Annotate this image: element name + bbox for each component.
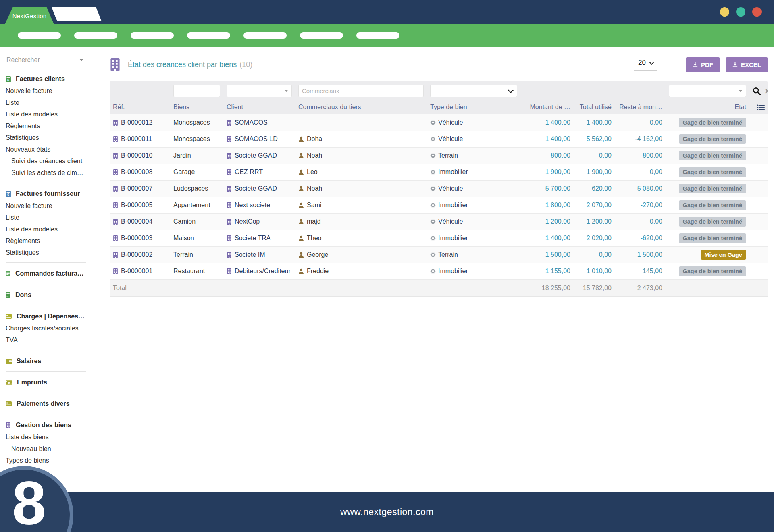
sidebar-item-nouvelle-facture[interactable]: Nouvelle facture [0, 200, 92, 212]
person-icon [298, 268, 304, 274]
chevron-down-icon [79, 59, 83, 61]
sidebar-section-paiements-divers[interactable]: Paiements divers [0, 397, 92, 410]
search-icon[interactable] [753, 87, 761, 95]
sidebar-search-select[interactable]: Rechercher [6, 53, 85, 68]
nav-menu-item-3[interactable] [131, 32, 174, 39]
status-badge: Gage de bien terminé [679, 151, 746, 161]
gear-icon [430, 169, 436, 175]
person-icon [298, 136, 304, 142]
type-de-bien-filter-select[interactable] [430, 85, 517, 97]
client-filter-select[interactable] [227, 85, 292, 97]
etat-filter-select[interactable] [669, 85, 746, 97]
sidebar-item-tva[interactable]: TVA [0, 334, 92, 346]
sidebar-item-statistiques[interactable]: Statistiques [0, 247, 92, 258]
sidebar-item-reglements[interactable]: Règlements [0, 235, 92, 247]
row-bien: Appartement [173, 202, 210, 209]
row-montant: 800,00 [551, 152, 570, 159]
window-dot-yellow[interactable] [720, 7, 729, 17]
table-row[interactable]: B-0000001 Restaurant Debiteurs/Crediteur… [110, 263, 768, 280]
sidebar-item-suivi-des-creances-client[interactable]: Suivi des créances client [0, 155, 92, 167]
pdf-export-button[interactable]: PDF [686, 57, 720, 72]
sidebar-item-liste-des-biens[interactable]: Liste des biens [0, 431, 92, 443]
building-icon [227, 202, 232, 208]
sidebar-section-gestion-des-biens[interactable]: Gestion des biens [0, 418, 92, 431]
sidebar-item-liste[interactable]: Liste [0, 212, 92, 223]
column-header-biens[interactable]: Biens [170, 104, 223, 111]
sidebar-section-factures-fournisseur[interactable]: $Factures fournisseur [0, 187, 92, 200]
column-header-type-de-bien[interactable]: Type de bien [427, 104, 520, 111]
sidebar-section-charges-depenses[interactable]: Charges | Dépenses… [0, 310, 92, 322]
clear-filters-icon[interactable]: × [765, 86, 768, 96]
row-commercial: majd [307, 218, 321, 225]
brand-tab[interactable]: NextGestion [5, 7, 54, 24]
row-ref: B-0000007 [121, 185, 152, 192]
sidebar-item-nouvelle-facture[interactable]: Nouvelle facture [0, 85, 92, 97]
sidebar-section-dons[interactable]: Dons [0, 288, 92, 301]
page-size-select[interactable]: 20 [634, 59, 657, 71]
nav-menu-item-5[interactable] [243, 32, 287, 39]
sidebar-item-liste[interactable]: Liste [0, 97, 92, 108]
sidebar-item-nouveau-bien[interactable]: Nouveau bien [0, 443, 92, 455]
excel-button-label: EXCEL [741, 61, 761, 68]
column-header-client[interactable]: Client [223, 104, 295, 111]
biens-filter-input[interactable] [173, 85, 220, 97]
table-body: B-0000012 Monospaces SOMACOS Véhicule 1 … [110, 114, 768, 280]
row-ref: B-0000004 [121, 218, 152, 225]
filter-row: × [110, 85, 768, 102]
corner-number: 8 [12, 472, 46, 532]
table-row[interactable]: B-0000007 Ludospaces Societe GGAD Noah V… [110, 181, 768, 197]
table-row[interactable]: B-0000012 Monospaces SOMACOS Véhicule 1 … [110, 114, 768, 131]
table-row[interactable]: B-0000008 Garage GEZ RRT Leo Immobilier … [110, 164, 768, 181]
column-header-commerciaux-du-tiers[interactable]: Commerciaux du tiers [295, 104, 427, 111]
chevron-down-icon [285, 90, 288, 92]
excel-export-button[interactable]: EXCEL [726, 57, 768, 72]
row-reste: 1 500,00 [637, 251, 662, 258]
row-client: SOMACOS [235, 119, 268, 126]
sidebar-item-types-de-biens[interactable]: Types de biens [0, 455, 92, 466]
sidebar-item-nouveaux-etats[interactable]: Nouveaux états [0, 143, 92, 155]
table-row[interactable]: B-0000003 Maison Societe TRA Theo Immobi… [110, 230, 768, 247]
secondary-tab[interactable] [52, 7, 102, 21]
commerciaux-filter-input[interactable] [298, 85, 424, 97]
divider [6, 371, 86, 372]
sidebar-section-emprunts[interactable]: Emprunts [0, 376, 92, 389]
window-dot-teal[interactable] [736, 7, 745, 17]
status-badge: Gage de bien terminé [679, 200, 746, 210]
table-row[interactable]: B-0000005 Appartement Next societe Sami … [110, 197, 768, 214]
sidebar-section-commandes-factura[interactable]: Commandes factura… [0, 267, 92, 280]
sidebar-item-liste-des-modeles[interactable]: Liste des modèles [0, 223, 92, 235]
table-row[interactable]: B-0000010 Jardin Societe GGAD Noah Terra… [110, 148, 768, 164]
sidebar-section-factures-clients[interactable]: $Factures clients [0, 72, 92, 85]
row-client: Next societe [235, 202, 270, 209]
sidebar-item-charges-fiscales-sociales[interactable]: Charges fiscales/sociales [0, 322, 92, 334]
brand-name: NextGestion [12, 12, 47, 19]
column-header-montant-de[interactable]: Montant de … [520, 104, 574, 111]
column-header-reste-a-mon[interactable]: Reste à mon… [615, 104, 666, 111]
toolbar: État des créances client par biens (10) … [92, 47, 774, 81]
column-header-etat[interactable]: État [666, 104, 749, 111]
row-reste: 0,00 [650, 119, 662, 126]
sidebar-item-liste-des-modeles[interactable]: Liste des modèles [0, 108, 92, 120]
table-row[interactable]: B-0000004 Camion NextCop majd Véhicule 1… [110, 214, 768, 230]
building-icon [113, 202, 118, 208]
column-header-ref[interactable]: Réf. [110, 104, 170, 111]
window-dot-red[interactable] [752, 7, 762, 17]
row-ref: B-0000002 [121, 251, 152, 258]
nav-menu-item-2[interactable] [74, 32, 117, 39]
nav-menu-item-7[interactable] [356, 32, 399, 39]
nav-menu-item-6[interactable] [300, 32, 343, 39]
row-client: Societe GGAD [235, 152, 277, 159]
list-view-icon[interactable] [757, 104, 765, 110]
sidebar-item-statistiques[interactable]: Statistiques [0, 132, 92, 143]
sidebar-item-reglements[interactable]: Règlements [0, 120, 92, 132]
nav-menu-item-4[interactable] [187, 32, 230, 39]
sidebar-item-suivi-les-achats-de-cim[interactable]: Suivi les achats de cim… [0, 167, 92, 179]
row-client: Debiteurs/Crediteur [235, 268, 291, 275]
column-header-total-utilise[interactable]: Total utilisé [574, 104, 615, 111]
sidebar-section-label: Emprunts [17, 379, 47, 386]
sidebar-section-salaires[interactable]: Salaires [0, 354, 92, 367]
nav-menu-item-1[interactable] [18, 32, 61, 39]
table-row[interactable]: B-0000011 Monospaces SOMACOS LD Doha Véh… [110, 131, 768, 148]
row-commercial: Freddie [307, 268, 329, 275]
table-row[interactable]: B-0000002 Terrain Societe IM George Terr… [110, 247, 768, 263]
